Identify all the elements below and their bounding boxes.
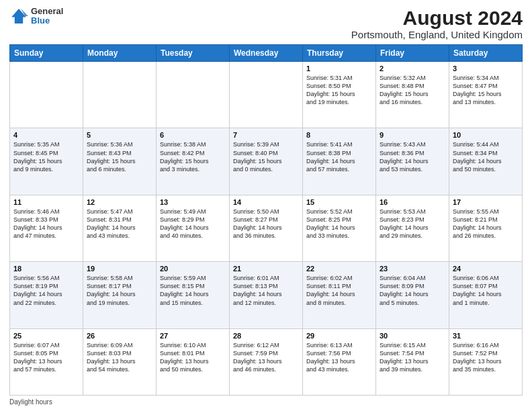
day-detail: Sunrise: 6:09 AM Sunset: 8:03 PM Dayligh… [87, 341, 152, 374]
day-number: 27 [160, 332, 226, 340]
day-number: 3 [453, 64, 519, 73]
page-subtitle: Portsmouth, England, United Kingdom [351, 29, 523, 40]
day-number: 12 [87, 198, 152, 206]
day-detail: Sunrise: 5:55 AM Sunset: 8:21 PM Dayligh… [453, 208, 519, 240]
day-cell: 8Sunrise: 5:41 AM Sunset: 8:38 PM Daylig… [303, 128, 376, 195]
day-number: 23 [380, 265, 445, 273]
day-detail: Sunrise: 5:46 AM Sunset: 8:33 PM Dayligh… [13, 208, 79, 240]
day-number: 30 [380, 332, 445, 340]
day-cell: 24Sunrise: 6:06 AM Sunset: 8:07 PM Dayli… [449, 262, 523, 328]
week-row-4: 18Sunrise: 5:56 AM Sunset: 8:19 PM Dayli… [10, 262, 523, 328]
calendar-table: SundayMondayTuesdayWednesdayThursdayFrid… [9, 44, 523, 396]
svg-marker-0 [11, 9, 26, 24]
week-row-3: 11Sunrise: 5:46 AM Sunset: 8:33 PM Dayli… [10, 195, 523, 261]
day-cell: 4Sunrise: 5:35 AM Sunset: 8:45 PM Daylig… [10, 128, 83, 195]
day-number: 14 [233, 198, 299, 206]
col-header-thursday: Thursday [303, 45, 376, 62]
day-number: 4 [13, 131, 79, 139]
day-cell: 13Sunrise: 5:49 AM Sunset: 8:29 PM Dayli… [157, 195, 230, 261]
day-detail: Sunrise: 5:35 AM Sunset: 8:45 PM Dayligh… [13, 140, 79, 173]
day-cell: 16Sunrise: 5:53 AM Sunset: 8:23 PM Dayli… [376, 195, 449, 261]
day-detail: Sunrise: 6:16 AM Sunset: 7:52 PM Dayligh… [453, 341, 519, 374]
day-number: 16 [380, 198, 445, 206]
day-cell: 17Sunrise: 5:55 AM Sunset: 8:21 PM Dayli… [449, 195, 523, 261]
page-title: August 2024 [351, 7, 523, 29]
day-number: 31 [453, 332, 519, 340]
col-header-sunday: Sunday [10, 45, 83, 62]
day-detail: Sunrise: 6:01 AM Sunset: 8:13 PM Dayligh… [233, 274, 299, 307]
day-detail: Sunrise: 5:47 AM Sunset: 8:31 PM Dayligh… [87, 208, 152, 240]
day-number: 29 [306, 332, 372, 340]
day-detail: Sunrise: 6:07 AM Sunset: 8:05 PM Dayligh… [13, 341, 79, 374]
day-cell: 6Sunrise: 5:38 AM Sunset: 8:42 PM Daylig… [157, 128, 230, 195]
logo-general-text: General [31, 7, 63, 16]
col-header-tuesday: Tuesday [157, 45, 230, 62]
day-number: 5 [87, 131, 152, 139]
day-number: 15 [306, 198, 372, 206]
day-cell: 14Sunrise: 5:50 AM Sunset: 8:27 PM Dayli… [230, 195, 303, 261]
week-row-5: 25Sunrise: 6:07 AM Sunset: 8:05 PM Dayli… [10, 328, 523, 395]
day-number: 19 [87, 265, 152, 273]
day-number: 24 [453, 265, 519, 273]
header: General Blue August 2024 Portsmouth, Eng… [9, 7, 523, 40]
footer-note: Daylight hours [9, 398, 523, 406]
day-cell: 19Sunrise: 5:58 AM Sunset: 8:17 PM Dayli… [83, 262, 157, 328]
day-number: 21 [233, 265, 299, 273]
logo-text: General Blue [31, 7, 63, 26]
day-cell: 26Sunrise: 6:09 AM Sunset: 8:03 PM Dayli… [83, 328, 157, 395]
week-row-1: 1Sunrise: 5:31 AM Sunset: 8:50 PM Daylig… [10, 62, 523, 128]
day-detail: Sunrise: 5:38 AM Sunset: 8:42 PM Dayligh… [160, 140, 226, 173]
day-number: 28 [233, 332, 299, 340]
day-detail: Sunrise: 5:53 AM Sunset: 8:23 PM Dayligh… [380, 208, 445, 240]
day-number: 9 [380, 131, 445, 139]
day-number: 6 [160, 131, 226, 139]
day-cell: 10Sunrise: 5:44 AM Sunset: 8:34 PM Dayli… [449, 128, 523, 195]
day-detail: Sunrise: 6:04 AM Sunset: 8:09 PM Dayligh… [380, 274, 445, 307]
day-number: 2 [380, 64, 445, 73]
day-detail: Sunrise: 5:36 AM Sunset: 8:43 PM Dayligh… [87, 140, 152, 173]
day-cell: 9Sunrise: 5:43 AM Sunset: 8:36 PM Daylig… [376, 128, 449, 195]
day-detail: Sunrise: 5:58 AM Sunset: 8:17 PM Dayligh… [87, 274, 152, 307]
day-number: 10 [453, 131, 519, 139]
day-cell: 21Sunrise: 6:01 AM Sunset: 8:13 PM Dayli… [230, 262, 303, 328]
day-detail: Sunrise: 5:49 AM Sunset: 8:29 PM Dayligh… [160, 208, 226, 240]
day-detail: Sunrise: 5:43 AM Sunset: 8:36 PM Dayligh… [380, 140, 445, 173]
day-detail: Sunrise: 5:41 AM Sunset: 8:38 PM Dayligh… [306, 140, 372, 173]
day-cell: 22Sunrise: 6:02 AM Sunset: 8:11 PM Dayli… [303, 262, 376, 328]
day-cell: 27Sunrise: 6:10 AM Sunset: 8:01 PM Dayli… [157, 328, 230, 395]
day-cell: 11Sunrise: 5:46 AM Sunset: 8:33 PM Dayli… [10, 195, 83, 261]
day-cell: 29Sunrise: 6:13 AM Sunset: 7:56 PM Dayli… [303, 328, 376, 395]
col-header-monday: Monday [83, 45, 157, 62]
day-cell: 25Sunrise: 6:07 AM Sunset: 8:05 PM Dayli… [10, 328, 83, 395]
logo-icon [9, 7, 28, 26]
day-number: 26 [87, 332, 152, 340]
col-header-wednesday: Wednesday [230, 45, 303, 62]
title-block: August 2024 Portsmouth, England, United … [351, 7, 523, 40]
day-cell [10, 62, 83, 128]
day-number: 22 [306, 265, 372, 273]
day-number: 25 [13, 332, 79, 340]
day-detail: Sunrise: 5:44 AM Sunset: 8:34 PM Dayligh… [453, 140, 519, 173]
page: General Blue August 2024 Portsmouth, Eng… [0, 0, 532, 411]
day-detail: Sunrise: 6:12 AM Sunset: 7:59 PM Dayligh… [233, 341, 299, 374]
day-number: 17 [453, 198, 519, 206]
day-cell: 5Sunrise: 5:36 AM Sunset: 8:43 PM Daylig… [83, 128, 157, 195]
col-header-saturday: Saturday [449, 45, 523, 62]
day-cell [157, 62, 230, 128]
day-detail: Sunrise: 6:02 AM Sunset: 8:11 PM Dayligh… [306, 274, 372, 307]
col-header-friday: Friday [376, 45, 449, 62]
day-cell: 15Sunrise: 5:52 AM Sunset: 8:25 PM Dayli… [303, 195, 376, 261]
day-number: 1 [306, 64, 372, 73]
day-cell: 31Sunrise: 6:16 AM Sunset: 7:52 PM Dayli… [449, 328, 523, 395]
day-number: 8 [306, 131, 372, 139]
day-number: 13 [160, 198, 226, 206]
day-number: 20 [160, 265, 226, 273]
day-cell: 12Sunrise: 5:47 AM Sunset: 8:31 PM Dayli… [83, 195, 157, 261]
calendar-header-row: SundayMondayTuesdayWednesdayThursdayFrid… [10, 45, 523, 62]
logo: General Blue [9, 7, 63, 26]
day-detail: Sunrise: 5:50 AM Sunset: 8:27 PM Dayligh… [233, 208, 299, 240]
week-row-2: 4Sunrise: 5:35 AM Sunset: 8:45 PM Daylig… [10, 128, 523, 195]
day-number: 11 [13, 198, 79, 206]
day-detail: Sunrise: 5:59 AM Sunset: 8:15 PM Dayligh… [160, 274, 226, 307]
day-cell: 7Sunrise: 5:39 AM Sunset: 8:40 PM Daylig… [230, 128, 303, 195]
